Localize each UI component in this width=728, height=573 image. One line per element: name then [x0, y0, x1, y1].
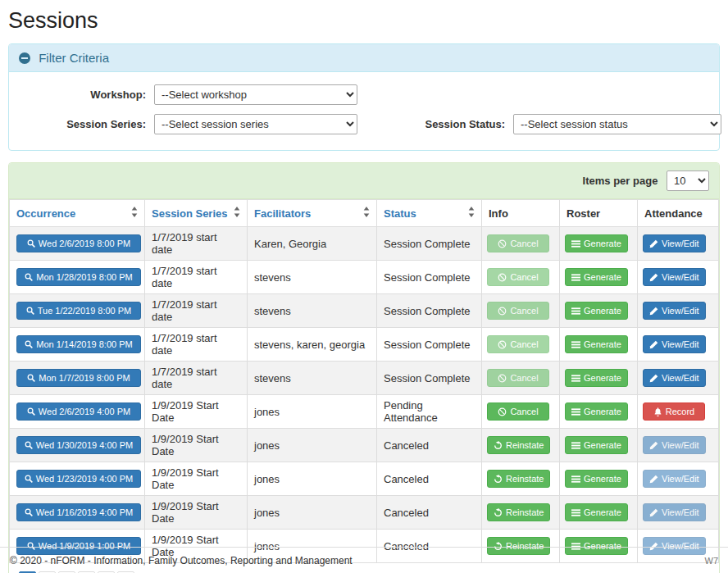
items-per-page-bar: Items per page 10	[9, 163, 719, 199]
sessions-table-body: Wed 2/6/2019 8:00 PM1/7/2019 start dateK…	[10, 227, 719, 563]
info-button[interactable]: Reinstate	[487, 503, 550, 521]
info-button[interactable]: Cancel	[487, 402, 549, 421]
column-header-session-series[interactable]: Session Series	[145, 200, 248, 227]
attendance-button[interactable]: View/Edit	[643, 302, 706, 320]
roster-button-label: Generate	[584, 373, 621, 383]
session-status-select[interactable]: --Select session status	[513, 114, 721, 134]
column-header-facilitators[interactable]: Facilitators	[248, 200, 377, 227]
occurrence-button[interactable]: Mon 1/14/2019 8:00 PM	[16, 335, 141, 353]
info-button-label: Cancel	[510, 407, 538, 416]
undo-icon	[494, 475, 503, 484]
info-button: Cancel	[487, 369, 549, 387]
roster-button[interactable]: Generate	[565, 302, 628, 320]
ban-icon	[498, 307, 507, 316]
roster-button[interactable]: Generate	[565, 268, 628, 286]
items-per-page-label: Items per page	[583, 175, 658, 187]
occurrence-button[interactable]: Mon 1/28/2019 8:00 PM	[16, 268, 141, 286]
search-icon	[25, 340, 33, 348]
session-series-cell: 1/9/2019 Start Date	[145, 429, 248, 462]
occurrence-button[interactable]: Mon 1/7/2019 8:00 PM	[16, 369, 141, 387]
info-button-label: Cancel	[510, 373, 538, 383]
session-row: Mon 1/28/2019 8:00 PM1/7/2019 start date…	[10, 261, 719, 294]
filter-panel-heading[interactable]: Filter Criteria	[9, 44, 719, 72]
attendance-button: View/Edit	[643, 436, 706, 454]
session-series-select[interactable]: --Select session series	[154, 114, 357, 134]
column-header-label: Occurrence	[16, 207, 75, 220]
pencil-icon	[649, 340, 658, 349]
info-button-label: Cancel	[510, 339, 538, 349]
bell-icon	[653, 407, 662, 416]
session-row: Wed 1/30/2019 4:00 PM1/9/2019 Start Date…	[10, 429, 719, 462]
roster-button[interactable]: Generate	[565, 503, 628, 521]
attendance-button-label: View/Edit	[662, 373, 699, 383]
sessions-table-header-row: OccurrenceSession SeriesFacilitatorsStat…	[10, 200, 719, 227]
roster-button[interactable]: Generate	[565, 470, 628, 488]
occurrence-button-label: Wed 2/6/2019 8:00 PM	[39, 239, 130, 248]
workshop-select[interactable]: --Select workshop	[154, 84, 357, 105]
minus-circle-icon[interactable]	[19, 52, 30, 64]
facilitators-cell: stevens	[248, 261, 377, 294]
session-row: Wed 2/6/2019 8:00 PM1/7/2019 start dateK…	[10, 227, 719, 261]
info-button[interactable]: Reinstate	[487, 436, 550, 454]
column-header-label: Roster	[566, 207, 600, 220]
status-cell: Canceled	[377, 462, 482, 496]
list-icon	[571, 407, 580, 416]
filter-panel-title: Filter Criteria	[39, 51, 109, 65]
undo-icon	[494, 441, 503, 450]
roster-button[interactable]: Generate	[565, 436, 628, 454]
roster-button-label: Generate	[584, 239, 621, 248]
occurrence-button[interactable]: Wed 1/30/2019 4:00 PM	[16, 436, 141, 454]
column-header-occurrence[interactable]: Occurrence	[10, 200, 145, 227]
session-series-cell: 1/9/2019 Start Date	[145, 496, 248, 530]
info-button-label: Reinstate	[506, 440, 544, 450]
attendance-button[interactable]: View/Edit	[643, 268, 706, 286]
list-icon	[571, 441, 580, 450]
facilitators-cell: Karen, Georgia	[248, 227, 377, 261]
occurrence-button[interactable]: Wed 2/6/2019 8:00 PM	[16, 234, 141, 252]
list-icon	[571, 508, 580, 517]
session-status-label: Session Status:	[384, 118, 505, 130]
occurrence-button[interactable]: Wed 2/6/2019 4:00 PM	[16, 402, 141, 421]
roster-button[interactable]: Generate	[565, 335, 628, 353]
occurrence-button[interactable]: Wed 1/16/2019 4:00 PM	[16, 503, 141, 521]
info-button-label: Cancel	[510, 239, 538, 248]
items-per-page-select[interactable]: 10	[667, 171, 709, 191]
attendance-button[interactable]: View/Edit	[643, 335, 706, 353]
list-icon	[571, 374, 580, 383]
attendance-button: View/Edit	[643, 503, 706, 521]
pencil-icon	[649, 441, 658, 450]
occurrence-button[interactable]: Wed 1/23/2019 4:00 PM	[16, 470, 141, 488]
occurrence-button[interactable]: Tue 1/22/2019 8:00 PM	[16, 302, 141, 320]
status-cell: Session Complete	[377, 362, 482, 395]
roster-button-label: Generate	[584, 407, 621, 416]
column-header-status[interactable]: Status	[377, 200, 482, 227]
attendance-button-label: View/Edit	[662, 507, 699, 517]
roster-button[interactable]: Generate	[565, 369, 628, 387]
info-button: Cancel	[487, 335, 549, 353]
sort-icon	[468, 207, 475, 220]
search-icon	[25, 508, 33, 516]
occurrence-button-label: Wed 1/23/2019 4:00 PM	[36, 474, 133, 484]
attendance-button[interactable]: View/Edit	[643, 369, 706, 387]
attendance-button[interactable]: View/Edit	[643, 234, 706, 252]
session-row: Mon 1/14/2019 8:00 PM1/7/2019 start date…	[10, 328, 719, 362]
status-cell: Canceled	[377, 429, 482, 462]
list-icon	[571, 239, 580, 248]
status-cell: Pending Attendance	[377, 395, 482, 429]
status-cell: Session Complete	[377, 227, 482, 261]
status-cell: Canceled	[377, 496, 482, 530]
status-cell: Session Complete	[377, 294, 482, 328]
roster-button[interactable]: Generate	[565, 234, 628, 252]
facilitators-cell: jones	[248, 395, 377, 429]
attendance-button: View/Edit	[643, 470, 706, 488]
filter-panel-body: Workshop: --Select workshop Session Seri…	[9, 72, 719, 150]
attendance-button[interactable]: Record	[643, 402, 705, 421]
info-button[interactable]: Reinstate	[487, 470, 550, 488]
workshop-field: Workshop: --Select workshop	[19, 84, 357, 105]
search-icon	[25, 441, 33, 449]
search-icon	[25, 273, 33, 281]
roster-button[interactable]: Generate	[565, 402, 628, 421]
column-header-label: Info	[489, 207, 508, 220]
list-icon	[571, 340, 580, 349]
ban-icon	[498, 273, 507, 282]
